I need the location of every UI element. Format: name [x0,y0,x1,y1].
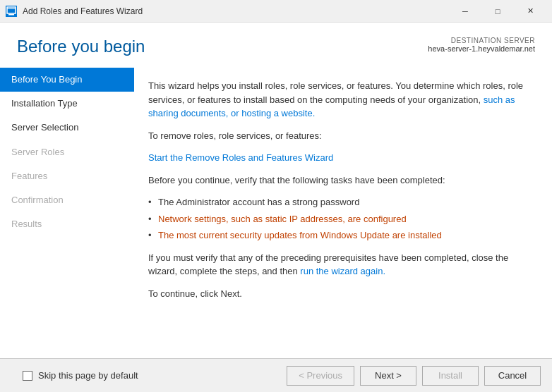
page-header: Before you begin DESTINATION SERVER heva… [0,23,552,68]
prerequisites-note: If you must verify that any of the prece… [148,251,535,278]
page-title: Before you begin [17,37,145,56]
task-item-3: The most current security updates from W… [148,228,535,243]
sidebar-item-confirmation: Confirmation [0,188,134,212]
next-button[interactable]: Next > [360,366,416,386]
server-name: heva-server-1.heyvaldemar.net [428,44,535,53]
footer: Skip this page by default < Previous Nex… [0,358,552,392]
skip-checkbox[interactable] [23,371,32,381]
sidebar-item-server-roles: Server Roles [0,140,134,164]
run-wizard-link: run the wizard again. [300,266,385,276]
remove-roles-link[interactable]: Start the Remove Roles and Features Wiza… [148,152,333,163]
cancel-button[interactable]: Cancel [484,366,541,386]
title-bar: Add Roles and Features Wizard ─ □ ✕ [0,0,552,23]
skip-label: Skip this page by default [38,370,138,381]
sidebar-item-server-selection[interactable]: Server Selection [0,116,134,140]
maximize-button[interactable]: □ [481,0,514,23]
skip-checkbox-area[interactable]: Skip this page by default [23,370,138,381]
app-icon [6,6,17,17]
sidebar-item-features: Features [0,164,134,188]
sidebar-item-installation-type[interactable]: Installation Type [0,92,134,116]
sidebar-item-results: Results [0,212,134,236]
remove-roles-link-container: Start the Remove Roles and Features Wiza… [148,151,535,165]
install-button[interactable]: Install [422,366,479,386]
intro-link: such as sharing documents, or hosting a … [148,94,515,119]
tasks-list: The Administrator account has a strong p… [148,195,535,243]
window-controls: ─ □ ✕ [449,0,546,23]
footer-left: Skip this page by default [11,370,281,381]
minimize-button[interactable]: ─ [449,0,481,23]
remove-roles-label: To remove roles, role services, or featu… [148,129,535,143]
destination-label: DESTINATION SERVER [428,37,535,44]
content-area: This wizard helps you install roles, rol… [134,68,552,358]
intro-paragraph: This wizard helps you install roles, rol… [148,79,535,121]
verify-label: Before you continue, verify that the fol… [148,173,535,188]
continue-note: To continue, click Next. [148,287,535,301]
task-item-2: Network settings, such as static IP addr… [148,212,535,226]
body-area: Before You BeginInstallation TypeServer … [0,68,552,358]
sidebar-item-before-you-begin[interactable]: Before You Begin [0,68,134,92]
svg-rect-1 [8,14,14,16]
window-title: Add Roles and Features Wizard [23,6,449,16]
destination-server-info: DESTINATION SERVER heva-server-1.heyvald… [428,37,535,53]
svg-rect-2 [7,8,16,9]
close-button[interactable]: ✕ [514,0,546,23]
sidebar: Before You BeginInstallation TypeServer … [0,68,134,358]
svg-rect-0 [7,7,16,13]
previous-button[interactable]: < Previous [287,366,354,386]
task-item-1: The Administrator account has a strong p… [148,195,535,209]
main-container: Before you begin DESTINATION SERVER heva… [0,23,552,392]
